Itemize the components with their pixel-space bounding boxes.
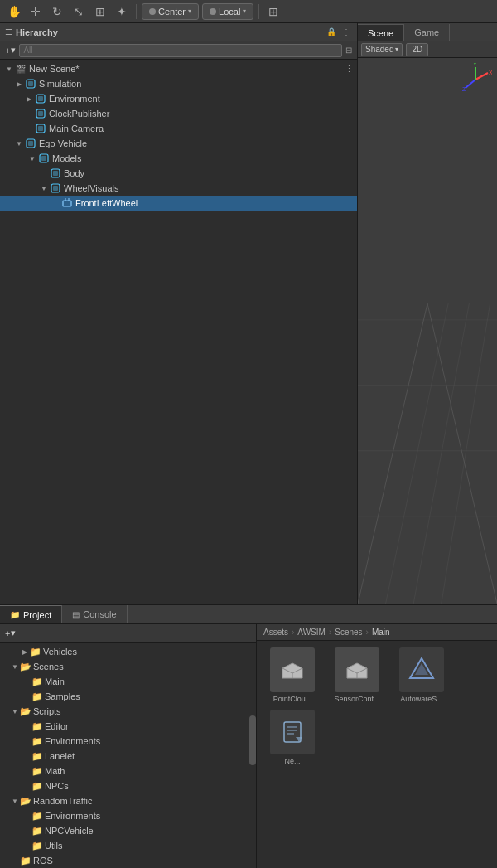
svg-rect-3	[38, 96, 43, 101]
scenes-folder-icon: 📂	[20, 661, 31, 672]
lanelet-folder-icon: 📁	[31, 750, 43, 762]
assets-grid: PointClou... SensorConf...	[257, 641, 497, 868]
lock-icon[interactable]: 🔒	[326, 27, 337, 38]
2d-button[interactable]: 2D	[406, 43, 428, 56]
proj-randomtraffic[interactable]: ▼ 📂 RandomTraffic	[0, 793, 256, 808]
shaded-dropdown[interactable]: Shaded ▾	[361, 43, 403, 56]
breadcrumb-scenes[interactable]: Scenes	[335, 628, 362, 637]
egovehicle-icon	[25, 138, 36, 149]
npcvehicle-folder-icon: 📁	[31, 825, 43, 836]
search-input[interactable]	[19, 44, 342, 57]
asset-sensorconf[interactable]: SensorConf...	[328, 647, 386, 703]
divider-2	[258, 4, 259, 19]
main-folder-icon: 📁	[31, 676, 43, 687]
scene-label: New Scene*	[29, 64, 80, 74]
more-icon[interactable]: ⋮	[340, 27, 352, 38]
hierarchy-title: Hierarchy	[16, 27, 322, 37]
scene-menu-icon[interactable]: ⋮	[345, 64, 354, 75]
divider-1	[136, 4, 137, 19]
proj-samples[interactable]: ▶ 📁 Samples	[0, 689, 256, 704]
svg-line-30	[466, 80, 475, 88]
proj-math[interactable]: ▶ 📁 Math	[0, 764, 256, 778]
body-label: Body	[64, 168, 84, 178]
tab-game[interactable]: Game	[404, 24, 450, 41]
search-bar: + ▾ ⊟	[0, 41, 357, 60]
scale-tool-icon[interactable]: ⤡	[70, 2, 88, 21]
search-bar-left: + ▾	[5, 44, 342, 57]
svg-line-23	[427, 303, 497, 604]
proj-scenes[interactable]: ▼ 📂 Scenes	[0, 659, 256, 674]
proj-npcs[interactable]: ▶ 📁 NPCs	[0, 778, 256, 793]
proj-scripts[interactable]: ▼ 📂 Scripts	[0, 704, 256, 719]
clockpublisher-row[interactable]: ▶ ClockPublisher	[0, 106, 357, 121]
ros-folder-icon: 📁	[20, 855, 31, 866]
custom-tool-icon[interactable]: ✦	[113, 2, 131, 21]
hierarchy-panel: ☰ Hierarchy 🔒 ⋮ + ▾ ⊟ ▼ 🎬 New Scen	[0, 23, 358, 604]
scene-tabs: Scene Game	[358, 23, 497, 41]
samples-folder-icon: 📁	[31, 691, 43, 702]
proj-lanelet[interactable]: ▶ 📁 Lanelet	[0, 749, 256, 764]
breadcrumb-assets[interactable]: Assets	[263, 628, 288, 637]
center-button[interactable]: Center ▾	[142, 3, 199, 20]
frontleftwheel-label: FrontLeftWheel	[75, 198, 138, 208]
tab-console[interactable]: ▤ Console	[62, 605, 127, 623]
egovehicle-row[interactable]: ▼ Ego Vehicle	[0, 136, 357, 151]
tab-scene[interactable]: Scene	[358, 24, 404, 41]
environment-label: Environment	[49, 94, 100, 104]
proj-utils[interactable]: ▶ 📁 Utils	[0, 838, 256, 853]
svg-text:Y: Y	[473, 63, 477, 67]
svg-rect-9	[28, 141, 33, 146]
proj-environments[interactable]: ▶ 📁 Environments	[0, 734, 256, 749]
svg-marker-40	[296, 737, 302, 742]
frontleftwheel-row[interactable]: ▶ FrontLeftWheel	[0, 196, 357, 211]
local-button[interactable]: Local ▾	[202, 3, 253, 20]
tab-project[interactable]: 📁 Project	[0, 605, 62, 623]
grid-icon[interactable]: ⊞	[264, 2, 282, 21]
proj-rt-environments[interactable]: ▶ 📁 Environments	[0, 808, 256, 823]
scene-view[interactable]: X Y Z	[358, 58, 497, 604]
simulation-arrow: ▶	[13, 78, 25, 90]
svg-rect-15	[53, 186, 58, 191]
asset-autoware[interactable]: AutowareS...	[393, 647, 451, 703]
scene-panel: Scene Game Shaded ▾ 2D	[358, 23, 497, 604]
simulation-row[interactable]: ▶ Simulation	[0, 76, 357, 91]
sensorconf-icon	[335, 647, 379, 692]
hierarchy-tree: ▼ 🎬 New Scene* ⋮ ▶ Simulation ▶	[0, 60, 357, 604]
breadcrumb-sep-2: ›	[329, 628, 331, 637]
search-filter-icon[interactable]: ⊟	[345, 46, 352, 55]
models-row[interactable]: ▼ Models	[0, 151, 357, 166]
maincamera-row[interactable]: ▶ Main Camera	[0, 121, 357, 136]
asset-new[interactable]: Ne...	[263, 710, 321, 765]
new-label: Ne...	[284, 757, 300, 765]
models-arrow: ▼	[27, 153, 38, 164]
proj-npcvehicle[interactable]: ▶ 📁 NPCVehicle	[0, 823, 256, 838]
proj-main[interactable]: ▶ 📁 Main	[0, 674, 256, 689]
breadcrumb-sep-3: ›	[366, 628, 369, 637]
sensorconf-label: SensorConf...	[334, 695, 379, 703]
project-add-button[interactable]: + ▾	[5, 628, 16, 638]
wheelvisuals-row[interactable]: ▼ WheelVisuals	[0, 181, 357, 196]
hand-tool-icon[interactable]: ✋	[5, 2, 23, 21]
rotate-tool-icon[interactable]: ↻	[48, 2, 66, 21]
move-tool-icon[interactable]: ✛	[27, 2, 45, 21]
clockpublisher-icon	[35, 108, 46, 119]
add-button[interactable]: + ▾	[5, 45, 16, 56]
wheelvisuals-arrow: ▼	[38, 182, 50, 194]
scene-gizmo: X Y Z	[459, 63, 492, 96]
scrollbar-thumb[interactable]	[249, 715, 256, 765]
scene-row[interactable]: ▼ 🎬 New Scene* ⋮	[0, 61, 357, 76]
environment-row[interactable]: ▶ Environment	[0, 91, 357, 106]
bottom-content: + ▾ ▶ 📁 Vehicles ▼ 📂 Scenes	[0, 624, 497, 868]
autoware-label: AutowareS...	[400, 695, 443, 703]
breadcrumb-main[interactable]: Main	[372, 628, 390, 637]
proj-editor[interactable]: ▶ 📁 Editor	[0, 719, 256, 734]
main-area: ☰ Hierarchy 🔒 ⋮ + ▾ ⊟ ▼ 🎬 New Scen	[0, 23, 497, 604]
proj-ros[interactable]: ▶ 📁 ROS	[0, 853, 256, 868]
proj-vehicles[interactable]: ▶ 📁 Vehicles	[0, 644, 256, 659]
vehicles-folder-icon: 📁	[30, 646, 41, 657]
asset-pointcloud[interactable]: PointClou...	[263, 647, 321, 703]
breadcrumb-awsim[interactable]: AWSIM	[297, 628, 326, 637]
randomtraffic-arrow: ▼	[10, 796, 20, 806]
transform-tool-icon[interactable]: ⊞	[91, 2, 109, 21]
body-row[interactable]: ▶ Body	[0, 166, 357, 181]
